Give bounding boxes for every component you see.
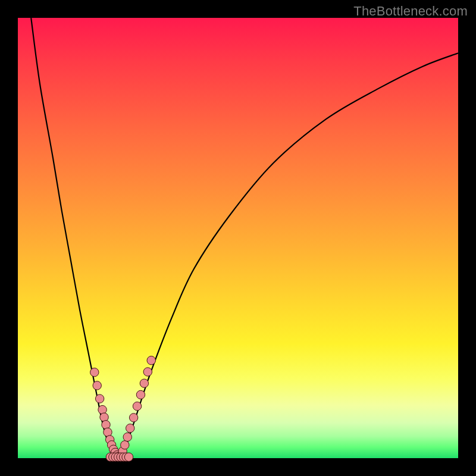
left-dots-point <box>102 421 110 429</box>
right-dots-point <box>136 390 145 399</box>
chart-svg <box>18 18 458 458</box>
right-dots-point <box>126 424 134 432</box>
right-dots-point <box>121 441 129 449</box>
right-dots-point <box>147 356 155 365</box>
left-dots-point <box>98 405 107 414</box>
watermark-text: TheBottleneck.com <box>353 4 468 19</box>
right-dots-point <box>140 379 148 387</box>
left-curve <box>31 18 119 458</box>
right-dots-point <box>143 368 152 376</box>
curve-paths <box>31 18 458 458</box>
left-dots-point <box>100 413 108 421</box>
right-dots-point <box>133 402 141 410</box>
left-dots-point <box>90 368 99 377</box>
right-curve <box>119 53 458 458</box>
left-dots-point <box>93 381 101 390</box>
right-dots-point <box>123 433 131 441</box>
bottom-dots-point <box>124 453 133 461</box>
right-dots-point <box>129 414 137 422</box>
figure-frame: TheBottleneck.com <box>0 0 476 476</box>
left-dots-point <box>95 394 104 403</box>
dot-markers <box>90 356 156 462</box>
